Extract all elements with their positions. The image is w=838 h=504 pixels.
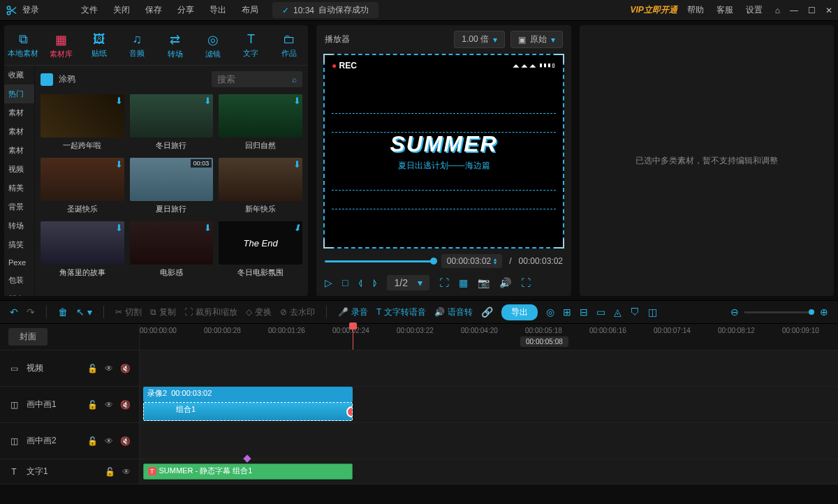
category-item[interactable]: 素材 xyxy=(4,122,34,141)
template-card[interactable]: ⬇电影感 xyxy=(130,221,214,278)
category-item[interactable]: Pexe xyxy=(4,254,34,271)
stop-icon[interactable]: □ xyxy=(342,277,348,288)
vip-link[interactable]: VIP立即开通 xyxy=(630,4,677,16)
zoom-out-icon[interactable]: ⊖ xyxy=(730,306,739,318)
recording-clip[interactable]: 录像2 00:00:03:02 xyxy=(143,387,353,402)
mute-icon[interactable]: 🔇 xyxy=(120,364,131,373)
support-link[interactable]: 客服 xyxy=(716,4,733,16)
category-item[interactable]: 转场 xyxy=(4,216,34,235)
lock-icon[interactable]: 🔓 xyxy=(105,467,115,477)
tts-button[interactable]: T 文字转语音 xyxy=(376,306,426,318)
cut-button[interactable]: ✂ 切割 xyxy=(115,306,142,318)
library-tab-7[interactable]: 🗀作品 xyxy=(270,29,308,65)
category-item[interactable]: 背景 xyxy=(4,198,34,216)
library-tab-6[interactable]: T文字 xyxy=(232,29,270,65)
prev-frame-icon[interactable]: ⦉ xyxy=(358,277,362,288)
category-item[interactable]: 精美 xyxy=(4,179,34,198)
download-icon[interactable]: ⬇ xyxy=(115,96,123,106)
maximize-icon[interactable]: ☐ xyxy=(808,6,816,15)
snapshot-icon[interactable]: 📷 xyxy=(478,277,490,288)
search-box[interactable]: ⌕ xyxy=(212,71,302,87)
text-clip[interactable]: TSUMMER - 静态字幕 组合1 xyxy=(143,464,353,480)
library-tab-5[interactable]: ◎滤镜 xyxy=(194,29,232,65)
menu-file[interactable]: 文件 xyxy=(81,4,98,16)
transform-button[interactable]: ◇ 变换 xyxy=(246,306,272,318)
download-icon[interactable]: ⬇ xyxy=(115,223,123,233)
volume-icon[interactable]: 🔊 xyxy=(499,277,511,288)
mute-icon[interactable]: 🔇 xyxy=(120,400,131,410)
playhead[interactable] xyxy=(353,324,353,350)
next-frame-icon[interactable]: ⦊ xyxy=(372,277,377,288)
library-tab-4[interactable]: ⇄转场 xyxy=(156,29,194,65)
category-item[interactable]: 新春 xyxy=(4,290,34,296)
crop-icon[interactable]: ⛶ xyxy=(439,277,449,288)
grid-icon[interactable]: ▦ xyxy=(459,277,468,288)
tool-icon-7[interactable]: ◫ xyxy=(648,306,657,318)
time-spinner[interactable]: ▴▾ xyxy=(494,258,497,265)
lock-icon[interactable]: 🔓 xyxy=(87,436,98,446)
lock-icon[interactable]: 🔓 xyxy=(87,364,98,373)
tool-icon-6[interactable]: ⛉ xyxy=(630,306,640,318)
link-icon[interactable]: 🔗 xyxy=(481,306,493,318)
template-card[interactable]: The End⬇冬日电影氛围 xyxy=(219,221,302,278)
zoom-slider[interactable] xyxy=(744,311,814,313)
play-icon[interactable]: ▷ xyxy=(325,277,332,288)
cursor-icon[interactable]: ↖ ▾ xyxy=(76,306,92,318)
download-icon[interactable]: ⬇ xyxy=(204,96,212,106)
record-button[interactable]: 🎤 录音 xyxy=(338,306,368,318)
close-window-icon[interactable]: ✕ xyxy=(825,6,832,15)
template-card[interactable]: ⬇一起跨年啦 xyxy=(41,94,124,151)
menu-close[interactable]: 关闭 xyxy=(113,4,130,16)
template-card[interactable]: ⬇角落里的故事 xyxy=(41,221,124,278)
undo-icon[interactable]: ↶ xyxy=(10,306,18,318)
clip-handle[interactable] xyxy=(346,406,353,417)
fullscreen-icon[interactable]: ⛶ xyxy=(521,277,531,288)
cover-button[interactable]: 封面 xyxy=(8,328,47,346)
search-icon[interactable]: ⌕ xyxy=(292,75,297,84)
time-ruler[interactable]: 00:00:05:08 00:00:00:0000:00:00:2800:00:… xyxy=(140,324,838,350)
download-icon[interactable]: ⬇ xyxy=(115,159,123,170)
eye-icon[interactable]: 👁 xyxy=(122,467,131,477)
speed-select[interactable]: 1/2▾ xyxy=(387,275,429,290)
login-link[interactable]: 登录 xyxy=(22,4,39,16)
menu-share[interactable]: 分享 xyxy=(177,4,194,16)
download-icon[interactable]: ⬇ xyxy=(204,223,212,233)
download-icon[interactable]: ⬇ xyxy=(293,96,301,106)
template-card[interactable]: ⬇圣诞快乐 xyxy=(41,158,124,214)
copy-button[interactable]: ⧉ 复制 xyxy=(150,306,176,318)
template-card[interactable]: ⬇冬日旅行 xyxy=(130,94,214,151)
library-tab-3[interactable]: ♫音频 xyxy=(118,29,156,65)
category-item[interactable]: 包装 xyxy=(4,271,34,290)
library-tab-1[interactable]: ▦素材库 xyxy=(42,29,80,65)
category-item[interactable]: 搞笑 xyxy=(4,235,34,254)
menu-export[interactable]: 导出 xyxy=(210,4,226,16)
category-item[interactable]: 视频 xyxy=(4,160,34,179)
template-card[interactable]: 00:03夏日旅行 xyxy=(130,158,214,214)
category-item[interactable]: 热门 xyxy=(4,84,34,103)
eye-icon[interactable]: 👁 xyxy=(105,364,113,373)
library-tab-0[interactable]: ⧉本地素材 xyxy=(4,29,42,65)
category-item[interactable]: 收藏 xyxy=(4,66,34,84)
preview-viewport[interactable]: ● REC ⏶⏶⏶ ▮▮▮▯ SUMMER 夏日出逃计划——海边篇 xyxy=(323,54,564,249)
category-item[interactable]: 素材 xyxy=(4,141,34,160)
zoom-select[interactable]: 1.00 倍▾ xyxy=(454,31,505,48)
redo-icon[interactable]: ↷ xyxy=(27,306,35,318)
mute-icon[interactable]: 🔇 xyxy=(120,436,131,446)
lock-icon[interactable]: 🔓 xyxy=(87,400,98,410)
watermark-button[interactable]: ⊘ 去水印 xyxy=(280,306,315,318)
crop-button[interactable]: ⛶ 裁剪和缩放 xyxy=(184,306,237,318)
delete-icon[interactable]: 🗑 xyxy=(58,306,68,318)
home-icon[interactable]: ⌂ xyxy=(775,6,780,15)
seek-bar[interactable] xyxy=(325,260,434,262)
tool-icon-2[interactable]: ⊞ xyxy=(563,306,571,318)
eye-icon[interactable]: 👁 xyxy=(105,400,113,410)
template-card[interactable]: ⬇回归自然 xyxy=(219,94,302,151)
minimize-icon[interactable]: — xyxy=(790,6,798,15)
library-tab-2[interactable]: 🖼贴纸 xyxy=(80,29,118,65)
composition-clip[interactable]: 组合1 xyxy=(143,402,353,421)
menu-save[interactable]: 保存 xyxy=(145,4,162,16)
download-icon[interactable]: ⬇ xyxy=(293,159,301,170)
eye-icon[interactable]: 👁 xyxy=(105,436,113,446)
search-input[interactable] xyxy=(217,74,292,84)
tool-icon-1[interactable]: ◎ xyxy=(546,306,554,318)
